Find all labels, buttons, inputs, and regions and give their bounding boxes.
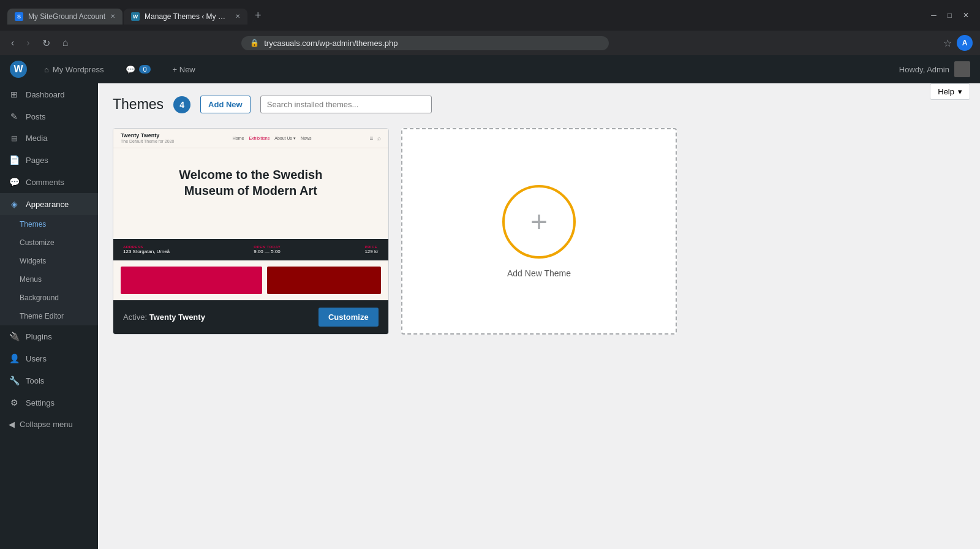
tab-manage-themes[interactable]: W Manage Themes ‹ My Wordpres... ✕ xyxy=(124,9,247,25)
sidebar-subitem-themes[interactable]: Themes xyxy=(0,215,98,233)
sidebar-subitem-menus[interactable]: Menus xyxy=(0,270,98,289)
wp-logo[interactable]: W xyxy=(10,61,27,78)
home-icon: ⌂ xyxy=(44,65,49,74)
sidebar-subitem-background[interactable]: Background xyxy=(0,289,98,307)
close-button[interactable]: ✕ xyxy=(959,10,973,21)
themes-grid: Twenty Twenty The Default Theme for 2020… xyxy=(113,128,965,335)
admin-bar-new[interactable]: + New xyxy=(168,62,200,77)
wp-layout: ⊞ Dashboard ✎ Posts ▤ Media 📄 Pages 💬 Co… xyxy=(0,83,980,549)
minimize-button[interactable]: ─ xyxy=(927,10,940,21)
dashboard-label: Dashboard xyxy=(26,90,65,99)
sidebar-item-pages[interactable]: 📄 Pages xyxy=(0,149,98,171)
help-button[interactable]: Help ▾ xyxy=(930,83,970,100)
new-tab-button[interactable]: + xyxy=(249,7,273,25)
user-avatar[interactable]: A xyxy=(957,35,973,51)
sidebar-menu: ⊞ Dashboard ✎ Posts ▤ Media 📄 Pages 💬 Co… xyxy=(0,83,98,414)
reload-button[interactable]: ↻ xyxy=(39,35,54,51)
tt-block-2 xyxy=(267,267,380,294)
tt-address-block: ADDRESS 123 Storgatan, Umeå xyxy=(123,245,170,254)
tt-search-nav-icon: ⌕ xyxy=(377,135,381,142)
search-input[interactable] xyxy=(260,96,432,113)
comments-icon: 💬 xyxy=(126,65,135,74)
sidebar-item-media[interactable]: ▤ Media xyxy=(0,127,98,149)
dashboard-icon: ⊞ xyxy=(9,89,20,99)
theme-name-section: Active: Twenty Twenty xyxy=(123,312,205,322)
themes-count-badge: 4 xyxy=(173,96,190,113)
theme-preview-inner: Twenty Twenty The Default Theme for 2020… xyxy=(113,129,388,300)
sidebar-item-posts[interactable]: ✎ Posts xyxy=(0,105,98,127)
customize-button[interactable]: Customize xyxy=(318,308,379,327)
sidebar-subitem-customize[interactable]: Customize xyxy=(0,233,98,252)
sidebar-subitem-theme-editor[interactable]: Theme Editor xyxy=(0,307,98,325)
collapse-menu[interactable]: ◀ Collapse menu xyxy=(0,414,98,435)
sidebar-subitem-widgets[interactable]: Widgets xyxy=(0,252,98,270)
active-label: Active: xyxy=(123,312,149,322)
sidebar-item-plugins[interactable]: 🔌 Plugins xyxy=(0,325,98,347)
tt-hero: Welcome to the SwedishMuseum of Modern A… xyxy=(113,148,388,239)
add-new-button[interactable]: Add New xyxy=(200,96,251,113)
appearance-label: Appearance xyxy=(26,200,69,209)
tools-icon: 🔧 xyxy=(9,376,20,385)
new-label: + New xyxy=(173,65,195,74)
users-icon: 👤 xyxy=(9,354,20,363)
lock-icon: 🔒 xyxy=(250,39,259,47)
tt-info-bar: ADDRESS 123 Storgatan, Umeå OPEN TODAY 9… xyxy=(113,239,388,260)
tt-red-blocks xyxy=(113,260,388,300)
wp-admin-bar: W ⌂ My Wordpress 💬 0 + New Howdy, Admin xyxy=(0,55,980,83)
appearance-submenu: Themes Customize Widgets Menus Backgroun… xyxy=(0,215,98,325)
sidebar-item-users[interactable]: 👤 Users xyxy=(0,347,98,369)
address-bar[interactable]: 🔒 trycasuals.com/wp-admin/themes.php xyxy=(241,36,609,50)
theme-footer: Active: Twenty Twenty Customize xyxy=(113,300,388,334)
browser-tabs: S My SiteGround Account ✕ W Manage Theme… xyxy=(7,7,922,25)
theme-card-twenty-twenty[interactable]: Twenty Twenty The Default Theme for 2020… xyxy=(113,128,389,335)
admin-bar-site[interactable]: ⌂ My Wordpress xyxy=(39,62,108,77)
tt-address-value: 123 Storgatan, Umeå xyxy=(123,249,170,254)
tt-nav-home: Home xyxy=(233,136,244,140)
tt-default-label: The Default Theme for 2020 xyxy=(121,139,174,144)
comments-nav-icon: 💬 xyxy=(9,177,20,187)
tab-close-active-icon[interactable]: ✕ xyxy=(235,13,240,20)
forward-button[interactable]: › xyxy=(23,35,33,51)
tt-hours-block: OPEN TODAY 9:00 — 5:00 xyxy=(254,245,281,254)
tt-nav-news: News xyxy=(301,136,312,140)
settings-icon: ⚙ xyxy=(9,398,20,407)
browser-toolbar: ‹ › ↻ ⌂ 🔒 trycasuals.com/wp-admin/themes… xyxy=(0,31,980,55)
bookmark-icon[interactable]: ☆ xyxy=(943,37,952,49)
add-new-theme-card[interactable]: + Add New Theme xyxy=(401,128,677,335)
settings-label: Settings xyxy=(26,398,55,407)
tt-price-block: PRICE 129 kr xyxy=(364,245,378,254)
plugins-icon: 🔌 xyxy=(9,331,20,341)
home-button[interactable]: ⌂ xyxy=(59,35,72,51)
tab-favicon-wp: W xyxy=(131,12,140,21)
tt-nav-links: Home Exhibitions About Us ▾ News xyxy=(233,136,312,141)
page-header: Themes 4 Add New xyxy=(113,96,965,113)
help-dropdown-icon: ▾ xyxy=(958,87,962,96)
tt-hours-value: 9:00 — 5:00 xyxy=(254,249,281,254)
collapse-label: Collapse menu xyxy=(20,420,73,429)
tt-hero-title: Welcome to the SwedishMuseum of Modern A… xyxy=(126,167,376,199)
admin-bar-comments[interactable]: 💬 0 xyxy=(121,62,155,77)
tt-block-1 xyxy=(121,267,262,294)
wp-sidebar: ⊞ Dashboard ✎ Posts ▤ Media 📄 Pages 💬 Co… xyxy=(0,83,98,549)
sidebar-item-settings[interactable]: ⚙ Settings xyxy=(0,392,98,414)
tt-logo-text: Twenty Twenty xyxy=(121,132,174,139)
tt-nav-about: About Us ▾ xyxy=(274,136,296,141)
media-icon: ▤ xyxy=(9,134,20,142)
tt-nav-icons: ≡ ⌕ xyxy=(370,135,381,142)
address-text: trycasuals.com/wp-admin/themes.php xyxy=(264,39,600,48)
sidebar-item-appearance[interactable]: ◈ Appearance xyxy=(0,193,98,215)
maximize-button[interactable]: □ xyxy=(944,10,956,21)
sidebar-item-tools[interactable]: 🔧 Tools xyxy=(0,369,98,392)
plugins-label: Plugins xyxy=(26,332,52,341)
theme-name: Twenty Twenty xyxy=(149,312,205,322)
tab-close-icon[interactable]: ✕ xyxy=(110,13,115,20)
sidebar-item-comments[interactable]: 💬 Comments xyxy=(0,171,98,193)
back-button[interactable]: ‹ xyxy=(7,35,18,51)
admin-avatar xyxy=(954,61,970,77)
tt-menu-icon: ≡ xyxy=(370,135,374,142)
appearance-icon: ◈ xyxy=(9,199,20,209)
sidebar-item-dashboard[interactable]: ⊞ Dashboard xyxy=(0,83,98,105)
tab-siteground[interactable]: S My SiteGround Account ✕ xyxy=(7,9,123,25)
collapse-icon: ◀ xyxy=(9,420,15,429)
howdy-text: Howdy, Admin xyxy=(899,65,949,74)
